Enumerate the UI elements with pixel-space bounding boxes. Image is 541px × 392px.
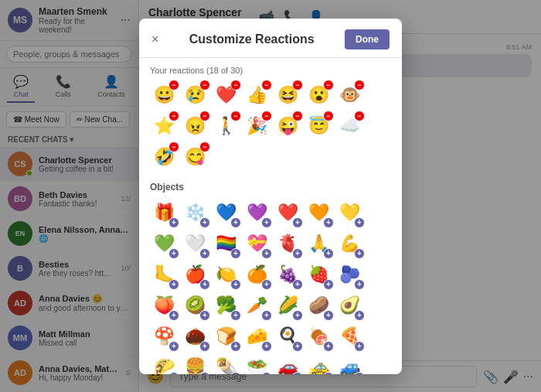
object-reaction-item[interactable]: 💛+ [335, 199, 363, 227]
customize-reactions-modal: × Customize Reactions Done Your reaction… [139, 19, 402, 374]
your-reactions-grid: 😀−😢−❤️−👍−😆−😮−🐵−⭐−😠−🚶−🎉−😜−😇−☁️−🤣−😋− [150, 81, 391, 171]
your-reaction-item[interactable]: ⭐− [150, 112, 178, 140]
object-reaction-item[interactable]: 🫐+ [335, 261, 363, 288]
object-reaction-item[interactable]: 🌮+ [150, 353, 178, 374]
object-reaction-item[interactable]: 🧀+ [243, 322, 270, 350]
object-reaction-item[interactable]: 🎁+ [150, 199, 178, 227]
your-reaction-item[interactable]: 🎉− [243, 112, 270, 140]
objects-label: Objects [150, 182, 391, 193]
object-reaction-item[interactable]: 💙+ [212, 199, 240, 227]
object-reaction-item[interactable]: 🍄+ [150, 322, 178, 350]
your-reactions-label: Your reactions (18 of 30) [150, 66, 391, 75]
object-reaction-item[interactable]: 🦶+ [150, 261, 178, 288]
your-reaction-item[interactable]: 🤣− [150, 143, 178, 171]
modal-overlay[interactable]: × Customize Reactions Done Your reaction… [0, 0, 541, 392]
object-reaction-item[interactable]: 🍖+ [305, 322, 332, 350]
your-reaction-item[interactable]: ❤️− [212, 81, 240, 109]
your-reaction-item[interactable]: 😜− [274, 112, 301, 140]
object-reaction-item[interactable]: 🥑+ [335, 291, 363, 319]
object-reaction-item[interactable]: 🥦+ [212, 291, 240, 319]
object-reaction-item[interactable]: 🍑+ [150, 291, 178, 319]
object-reaction-item[interactable]: 🚗+ [274, 353, 301, 374]
object-reaction-item[interactable]: 🏳️‍🌈+ [212, 230, 240, 257]
object-reaction-item[interactable]: 🍓+ [305, 261, 332, 288]
object-reaction-item[interactable]: 🥗+ [243, 353, 270, 374]
object-reaction-item[interactable]: ❤️+ [274, 199, 301, 227]
modal-header: × Customize Reactions Done [139, 19, 402, 58]
object-reaction-item[interactable]: 🌰+ [181, 322, 209, 350]
object-reaction-item[interactable]: 🥔+ [305, 291, 332, 319]
your-reaction-item[interactable]: 🚶− [212, 112, 240, 140]
object-reaction-item[interactable]: 💪+ [335, 230, 363, 257]
your-reaction-item[interactable]: 😀− [150, 81, 178, 109]
done-button[interactable]: Done [345, 29, 390, 49]
object-reaction-item[interactable]: 🤍+ [181, 230, 209, 257]
object-reaction-item[interactable]: 🚙+ [335, 353, 363, 374]
object-reaction-item[interactable]: 💜+ [243, 199, 270, 227]
object-reaction-item[interactable]: 💝+ [243, 230, 270, 257]
object-reaction-item[interactable]: 🍎+ [181, 261, 209, 288]
object-reaction-item[interactable]: 🍇+ [274, 261, 301, 288]
object-reaction-item[interactable]: 🍕+ [335, 322, 363, 350]
object-reaction-item[interactable]: 🌯+ [212, 353, 240, 374]
object-reaction-item[interactable]: 🙏+ [305, 230, 332, 257]
your-reaction-item[interactable]: 😋− [181, 143, 209, 171]
modal-title: Customize Reactions [165, 32, 339, 46]
object-reaction-item[interactable]: 🥕+ [243, 291, 270, 319]
object-reaction-item[interactable]: 💚+ [150, 230, 178, 257]
modal-close-button[interactable]: × [151, 32, 158, 46]
your-reaction-item[interactable]: 😢− [181, 81, 209, 109]
app-container: MS Maarten Smenk Ready for the weekend! … [0, 0, 541, 392]
your-reaction-item[interactable]: 😮− [305, 81, 332, 109]
object-reaction-item[interactable]: 🫀+ [274, 230, 301, 257]
your-reaction-item[interactable]: 👍− [243, 81, 270, 109]
your-reaction-item[interactable]: 😆− [274, 81, 301, 109]
object-reaction-item[interactable]: 🍊+ [243, 261, 270, 288]
object-reaction-item[interactable]: 🚕+ [305, 353, 332, 374]
object-reaction-item[interactable]: 🍞+ [212, 322, 240, 350]
object-reaction-item[interactable]: 🍋+ [212, 261, 240, 288]
object-reaction-item[interactable]: 🌽+ [274, 291, 301, 319]
your-reaction-item[interactable]: ☁️− [335, 112, 363, 140]
your-reaction-item[interactable]: 😠− [181, 112, 209, 140]
your-reaction-item[interactable]: 😇− [305, 112, 332, 140]
modal-body: Your reactions (18 of 30) 😀−😢−❤️−👍−😆−😮−🐵… [139, 58, 402, 374]
object-reaction-item[interactable]: 🥝+ [181, 291, 209, 319]
objects-reactions-grid: 🎁+❄️+💙+💜+❤️+🧡+💛+💚+🤍+🏳️‍🌈+💝+🫀+🙏+💪+🦶+🍎+🍋+🍊… [150, 199, 391, 374]
object-reaction-item[interactable]: ❄️+ [181, 199, 209, 227]
object-reaction-item[interactable]: 🍳+ [274, 322, 301, 350]
your-reaction-item[interactable]: 🐵− [335, 81, 363, 109]
object-reaction-item[interactable]: 🍔+ [181, 353, 209, 374]
object-reaction-item[interactable]: 🧡+ [305, 199, 332, 227]
